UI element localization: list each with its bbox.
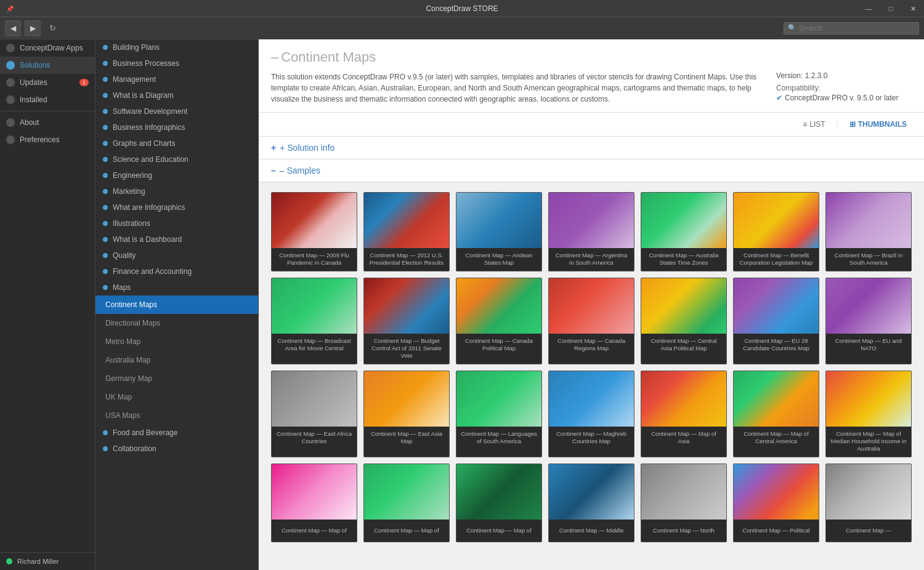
thumbnail-item[interactable]: Continent Map — Maghreb Countries Map [548,371,634,457]
thumbnail-item[interactable]: Continent Map — Canada Political Map [456,278,542,364]
nav-sub-label-uk: UK Map [105,393,132,401]
nav-sub-australia-map[interactable]: Australia Map [95,351,258,369]
thumbnail-item[interactable]: Continent Map — Map of Asia [641,371,727,457]
thumbnail-label: Continent Map — Political [734,520,819,542]
thumbnail-item[interactable]: Continent Map — East Africa Countries [271,371,357,457]
nav-item-what-dashboard[interactable]: What is a Dashboard [95,231,258,247]
nav-item-finance[interactable]: Finance and Accounting [95,263,258,279]
thumbnail-item[interactable]: Continent Map — Middle [548,464,634,542]
back-button[interactable]: ◀ [5,20,21,36]
nav-sub-continent-maps[interactable]: Continent Maps [95,295,258,314]
thumbnails-grid: Continent Map — 2009 Flu Pandemic in Can… [259,182,924,552]
nav-item-quality[interactable]: Quality [95,247,258,263]
nav-sub-usa-maps[interactable]: USA Maps [95,406,258,425]
search-input[interactable] [799,24,915,33]
bullet-icon [103,205,108,210]
thumbnail-image [549,193,634,248]
nav-label-software-dev: Software Development [113,107,187,116]
thumbnail-image [272,371,357,427]
thumbnail-item[interactable]: Continent Map — Map of Central America [733,371,819,457]
forward-button[interactable]: ▶ [25,20,41,36]
thumbnail-item[interactable]: Continent Map — Budget Control Act of 20… [363,278,450,364]
thumbnail-image [272,464,357,520]
thumbnail-image [456,193,541,248]
uninstall-link[interactable]: Uninstall this solution [842,39,912,41]
pin-icon[interactable]: 📌 [2,2,17,15]
list-view-button[interactable]: ≡ LIST [798,118,830,131]
nav-item-graphs-charts[interactable]: Graphs and Charts [95,135,258,151]
bullet-icon [103,93,108,98]
minimize-button[interactable]: — [857,0,880,17]
refresh-button[interactable]: ↻ [44,20,60,36]
thumbnail-image [272,278,357,334]
thumbnail-item[interactable]: Continent Map — Benefit Corporation Legi… [733,192,819,271]
nav-label-illustrations: Illustrations [113,219,150,228]
thumbnail-item[interactable]: Continent Map — Languages of South Ameri… [456,371,542,457]
nav-item-food-beverage[interactable]: Food and Beverage [95,425,258,441]
thumbnails-view-button[interactable]: ⊞ THUMBNAILS [845,118,912,131]
nav-sub-directional-maps[interactable]: Directional Maps [95,314,258,332]
thumbnail-label: Continent Map — Map of [456,520,541,542]
nav-item-illustrations[interactable]: Illustrations [95,215,258,231]
thumbnail-item[interactable]: Continent Map — 2009 Flu Pandemic in Can… [271,192,357,271]
thumbnail-item[interactable]: Continent Map — Andean States Map [456,192,542,271]
thumbnail-item[interactable]: Continent Map — North [641,464,727,542]
solution-info-section[interactable]: + + Solution info [259,137,924,159]
thumbnail-item[interactable]: Continent Map — Argentina in South Ameri… [548,192,634,271]
sidebar-solutions-label: Solutions [20,61,50,70]
nav-item-maps[interactable]: Maps [95,279,258,295]
thumbnail-item[interactable]: Continent Map — Political [733,464,819,542]
nav-label-what-dashboard: What is a Dashboard [113,235,182,244]
nav-item-what-infographics[interactable]: What are Infographics [95,199,258,215]
close-button[interactable]: ✕ [902,0,924,17]
thumbnail-image [641,193,726,248]
thumbnail-image [364,464,449,520]
updates-badge: 1 [79,79,89,86]
nav-sub-germany-map[interactable]: Germany Map [95,369,258,388]
thumbnail-item[interactable]: Continent Map — Map of Median Household … [825,371,912,457]
thumbnail-item[interactable]: Continent Map — Canada Regions Map [548,278,634,364]
nav-item-engineering[interactable]: Engineering [95,167,258,183]
nav-sub-uk-map[interactable]: UK Map [95,388,258,406]
titlebar-nav: 📌 [0,0,20,17]
thumbnail-item[interactable]: Continent Map — EU 28 Candidate Countrie… [733,278,819,364]
thumbnail-item[interactable]: Continent Map — Australia States Time Zo… [641,192,727,271]
nav-item-marketing[interactable]: Marketing [95,183,258,199]
nav-sub-metro-map[interactable]: Metro Map [95,332,258,351]
nav-item-business-infographics[interactable]: Business Infographics [95,119,258,135]
thumbnail-item[interactable]: Continent Map — Central Asia Political M… [641,278,727,364]
nav-item-management[interactable]: Management [95,71,258,87]
maximize-button[interactable]: □ [880,0,902,17]
thumbnail-item[interactable]: Continent Map — [825,464,912,542]
nav-item-collaboration[interactable]: Collaboration [95,441,258,457]
thumbnail-item[interactable]: Continent Map — Map of [456,464,542,542]
thumbnail-item[interactable]: Continent Map — Broadcast Area for Movie… [271,278,357,364]
nav-label-building-plans: Building Plans [113,43,160,52]
version-info: Version: 1.2.3.0 [776,71,912,80]
thumbnail-label: Continent Map — Canada Regions Map [549,334,634,356]
nav-item-building-plans[interactable]: Building Plans [95,39,258,55]
nav-item-business-processes[interactable]: Business Processes [95,55,258,71]
about-icon [6,118,15,127]
sidebar-item-updates[interactable]: Updates 1 [0,74,95,91]
toolbar: ◀ ▶ ↻ 🔍 [0,17,924,39]
thumbnail-label: Continent Map — Argentina in South Ameri… [549,248,634,271]
samples-section-header[interactable]: – – Samples [259,159,924,182]
sidebar-about-label: About [20,118,39,127]
sidebar-item-solutions[interactable]: Solutions [0,57,95,74]
nav-item-software-dev[interactable]: Software Development [95,103,258,119]
thumbnail-item[interactable]: Continent Map — East Asia Map [363,371,450,457]
sidebar-item-preferences[interactable]: Preferences [0,131,95,148]
sidebar-item-installed[interactable]: Installed [0,91,95,108]
thumbnail-item[interactable]: Continent Map — Brazil in South America [825,192,912,271]
thumbnail-item[interactable]: Continent Map — EU and NATO [825,278,912,364]
thumbnail-item[interactable]: Continent Map — Map of [363,464,450,542]
nav-item-science[interactable]: Science and Education [95,151,258,167]
sidebar-item-about[interactable]: About [0,114,95,131]
solution-description: This solution extends ConceptDraw PRO v.… [271,71,764,105]
thumbnail-label: Continent Map — North [641,520,726,542]
thumbnail-item[interactable]: Continent Map — 2012 U.S. Presidential E… [363,192,450,271]
nav-item-what-is-diagram[interactable]: What is a Diagram [95,87,258,103]
sidebar-item-apps[interactable]: ConceptDraw Apps [0,39,95,57]
thumbnail-item[interactable]: Continent Map — Map of [271,464,357,542]
